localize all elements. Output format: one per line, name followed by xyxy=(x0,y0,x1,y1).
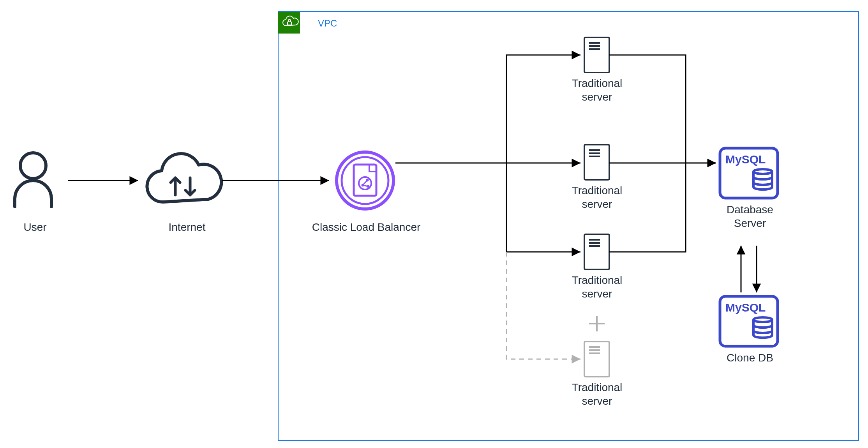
internet-label: Internet xyxy=(156,220,218,234)
plus-icon xyxy=(589,316,605,331)
vpc-badge xyxy=(278,12,300,34)
user-label: User xyxy=(16,220,55,234)
server-icon-1 xyxy=(584,37,609,73)
svg-point-28 xyxy=(753,169,772,174)
internet-icon xyxy=(147,154,221,202)
svg-rect-4 xyxy=(354,165,376,196)
server-icon-2 xyxy=(584,145,609,180)
vpc-label: VPC xyxy=(318,18,337,29)
svg-point-30 xyxy=(753,317,772,322)
diagram-canvas: VPC User Internet Classic Load Balancer … xyxy=(0,0,868,448)
mysql-clone-label: Clone DB xyxy=(721,351,779,365)
server-1-label: Traditional server xyxy=(565,76,629,104)
server-icon-3 xyxy=(584,234,609,269)
conn-lb-s4-ghost xyxy=(506,252,580,359)
server-2-label: Traditional server xyxy=(565,184,629,211)
load-balancer-icon xyxy=(337,152,393,209)
conn-lb-s1 xyxy=(506,55,580,163)
server-3-label: Traditional server xyxy=(565,273,629,301)
server-4-label: Traditional server xyxy=(565,381,629,408)
mysql-primary-name: MySQL xyxy=(725,152,766,167)
mysql-primary-label: Database Server xyxy=(721,203,779,230)
conn-s1-db xyxy=(609,55,686,163)
svg-point-1 xyxy=(20,153,46,179)
load-balancer-label: Classic Load Balancer xyxy=(308,220,425,234)
server-icon-4-ghost xyxy=(584,342,609,377)
mysql-clone-name: MySQL xyxy=(725,300,766,315)
user-icon xyxy=(15,153,51,207)
svg-point-2 xyxy=(337,152,393,209)
